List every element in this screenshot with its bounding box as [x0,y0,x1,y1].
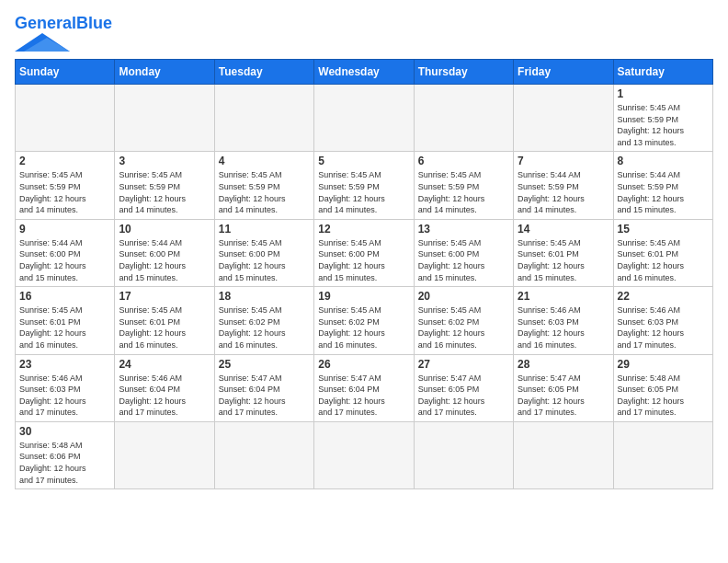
day-info: Sunrise: 5:45 AM Sunset: 6:00 PM Dayligh… [219,237,310,283]
calendar-day-cell [214,85,313,152]
day-info: Sunrise: 5:45 AM Sunset: 5:59 PM Dayligh… [119,169,210,215]
day-info: Sunrise: 5:47 AM Sunset: 6:05 PM Dayligh… [518,373,609,419]
day-number: 23 [19,358,110,371]
calendar-day-cell: 1Sunrise: 5:45 AM Sunset: 5:59 PM Daylig… [613,85,712,152]
day-info: Sunrise: 5:45 AM Sunset: 5:59 PM Dayligh… [219,169,310,215]
calendar-day-cell: 19Sunrise: 5:45 AM Sunset: 6:02 PM Dayli… [314,287,414,354]
weekday-header-tuesday: Tuesday [214,60,313,85]
day-number: 6 [418,155,509,167]
calendar-week-row: 2Sunrise: 5:45 AM Sunset: 5:59 PM Daylig… [16,152,713,219]
day-number: 22 [618,290,709,303]
calendar-day-cell: 8Sunrise: 5:44 AM Sunset: 5:59 PM Daylig… [613,152,712,219]
calendar-day-cell: 6Sunrise: 5:45 AM Sunset: 5:59 PM Daylig… [414,152,513,219]
calendar-day-cell: 25Sunrise: 5:47 AM Sunset: 6:04 PM Dayli… [214,354,313,421]
calendar-day-cell: 29Sunrise: 5:48 AM Sunset: 6:05 PM Dayli… [613,354,712,421]
day-info: Sunrise: 5:46 AM Sunset: 6:03 PM Dayligh… [19,373,110,419]
day-info: Sunrise: 5:45 AM Sunset: 6:01 PM Dayligh… [19,304,110,350]
calendar-week-row: 1Sunrise: 5:45 AM Sunset: 5:59 PM Daylig… [16,85,713,152]
day-info: Sunrise: 5:45 AM Sunset: 6:02 PM Dayligh… [418,304,509,350]
calendar-day-cell [115,421,214,488]
logo-icon [15,33,70,52]
day-number: 2 [19,155,110,167]
day-info: Sunrise: 5:45 AM Sunset: 5:59 PM Dayligh… [418,169,509,215]
day-number: 19 [318,290,409,303]
calendar-day-cell: 18Sunrise: 5:45 AM Sunset: 6:02 PM Dayli… [214,287,313,354]
day-number: 13 [418,223,509,236]
logo-blue: Blue [76,14,112,32]
day-number: 10 [119,223,210,236]
calendar-day-cell: 7Sunrise: 5:44 AM Sunset: 5:59 PM Daylig… [514,152,613,219]
day-number: 29 [618,358,709,371]
calendar-day-cell: 17Sunrise: 5:45 AM Sunset: 6:01 PM Dayli… [115,287,214,354]
calendar-day-cell [613,421,712,488]
calendar-day-cell [514,85,613,152]
day-info: Sunrise: 5:45 AM Sunset: 5:59 PM Dayligh… [618,102,709,148]
day-info: Sunrise: 5:45 AM Sunset: 6:00 PM Dayligh… [418,237,509,283]
day-number: 18 [219,290,310,303]
calendar-day-cell [314,421,414,488]
day-info: Sunrise: 5:44 AM Sunset: 6:00 PM Dayligh… [119,237,210,283]
weekday-header-monday: Monday [115,60,214,85]
calendar-day-cell: 4Sunrise: 5:45 AM Sunset: 5:59 PM Daylig… [214,152,313,219]
calendar-day-cell [414,421,513,488]
day-number: 17 [119,290,210,303]
calendar-day-cell [214,421,313,488]
day-number: 27 [418,358,509,371]
day-number: 12 [318,223,409,236]
day-info: Sunrise: 5:45 AM Sunset: 6:01 PM Dayligh… [119,304,210,350]
calendar-day-cell: 20Sunrise: 5:45 AM Sunset: 6:02 PM Dayli… [414,287,513,354]
day-number: 16 [19,290,110,303]
day-info: Sunrise: 5:45 AM Sunset: 6:02 PM Dayligh… [219,304,310,350]
logo-text: GeneralBlue [15,15,112,31]
calendar-day-cell [314,85,414,152]
calendar-day-cell [514,421,613,488]
day-number: 11 [219,223,310,236]
calendar-day-cell [16,85,115,152]
day-info: Sunrise: 5:45 AM Sunset: 6:00 PM Dayligh… [318,237,409,283]
day-number: 15 [618,223,709,236]
day-info: Sunrise: 5:45 AM Sunset: 5:59 PM Dayligh… [318,169,409,215]
day-number: 14 [518,223,609,236]
calendar-day-cell: 27Sunrise: 5:47 AM Sunset: 6:05 PM Dayli… [414,354,513,421]
day-number: 7 [518,155,609,167]
day-info: Sunrise: 5:45 AM Sunset: 5:59 PM Dayligh… [19,169,110,215]
day-info: Sunrise: 5:45 AM Sunset: 6:02 PM Dayligh… [318,304,409,350]
day-info: Sunrise: 5:44 AM Sunset: 5:59 PM Dayligh… [518,169,609,215]
day-number: 3 [119,155,210,167]
day-info: Sunrise: 5:46 AM Sunset: 6:03 PM Dayligh… [518,304,609,350]
day-number: 8 [618,155,709,167]
calendar-day-cell: 14Sunrise: 5:45 AM Sunset: 6:01 PM Dayli… [514,219,613,286]
logo: GeneralBlue [15,15,112,52]
calendar-day-cell: 15Sunrise: 5:45 AM Sunset: 6:01 PM Dayli… [613,219,712,286]
calendar-day-cell: 10Sunrise: 5:44 AM Sunset: 6:00 PM Dayli… [115,219,214,286]
day-info: Sunrise: 5:47 AM Sunset: 6:05 PM Dayligh… [418,373,509,419]
calendar-day-cell: 28Sunrise: 5:47 AM Sunset: 6:05 PM Dayli… [514,354,613,421]
day-number: 28 [518,358,609,371]
weekday-header-saturday: Saturday [613,60,712,85]
day-info: Sunrise: 5:44 AM Sunset: 5:59 PM Dayligh… [618,169,709,215]
calendar-table: SundayMondayTuesdayWednesdayThursdayFrid… [15,59,713,489]
day-info: Sunrise: 5:46 AM Sunset: 6:04 PM Dayligh… [119,373,210,419]
day-number: 5 [318,155,409,167]
day-number: 21 [518,290,609,303]
weekday-header-thursday: Thursday [414,60,513,85]
day-number: 4 [219,155,310,167]
calendar-day-cell: 11Sunrise: 5:45 AM Sunset: 6:00 PM Dayli… [214,219,313,286]
day-number: 30 [19,425,110,438]
calendar-day-cell [115,85,214,152]
weekday-header-friday: Friday [514,60,613,85]
weekday-header-row: SundayMondayTuesdayWednesdayThursdayFrid… [16,60,713,85]
day-info: Sunrise: 5:47 AM Sunset: 6:04 PM Dayligh… [219,373,310,419]
day-info: Sunrise: 5:46 AM Sunset: 6:03 PM Dayligh… [618,304,709,350]
calendar-day-cell: 16Sunrise: 5:45 AM Sunset: 6:01 PM Dayli… [16,287,115,354]
calendar-day-cell: 24Sunrise: 5:46 AM Sunset: 6:04 PM Dayli… [115,354,214,421]
calendar-day-cell: 22Sunrise: 5:46 AM Sunset: 6:03 PM Dayli… [613,287,712,354]
day-info: Sunrise: 5:48 AM Sunset: 6:05 PM Dayligh… [618,373,709,419]
calendar-day-cell [414,85,513,152]
day-number: 1 [618,87,709,100]
calendar-day-cell: 30Sunrise: 5:48 AM Sunset: 6:06 PM Dayli… [16,421,115,488]
calendar-day-cell: 9Sunrise: 5:44 AM Sunset: 6:00 PM Daylig… [16,219,115,286]
day-info: Sunrise: 5:45 AM Sunset: 6:01 PM Dayligh… [618,237,709,283]
calendar-week-row: 23Sunrise: 5:46 AM Sunset: 6:03 PM Dayli… [16,354,713,421]
page-header: GeneralBlue [15,15,713,52]
